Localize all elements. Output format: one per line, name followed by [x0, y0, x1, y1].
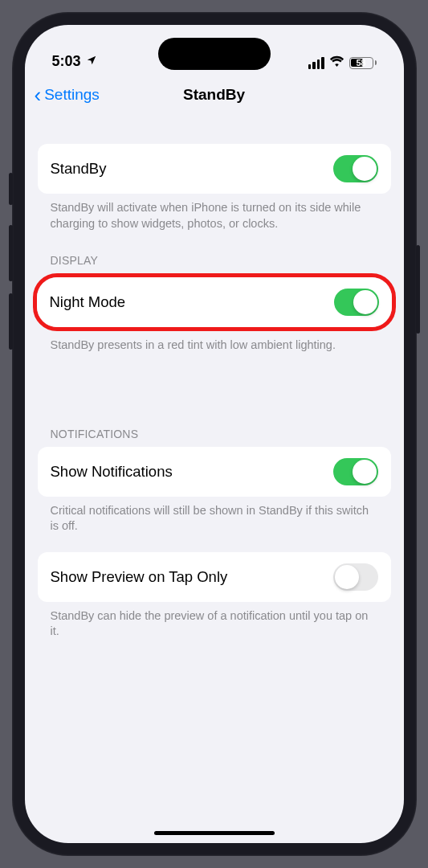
cellular-signal-icon [308, 57, 324, 69]
preview-footer: StandBy can hide the preview of a notifi… [38, 602, 391, 640]
night-mode-row[interactable]: Night Mode [37, 277, 392, 327]
screen: 5:03 58 [25, 25, 404, 843]
volume-up-button [9, 225, 13, 281]
side-button [9, 173, 13, 205]
display-header: DISPLAY [38, 231, 391, 273]
power-button [416, 245, 420, 334]
phone-frame: 5:03 58 [12, 12, 417, 856]
show-preview-toggle[interactable] [333, 563, 378, 591]
content: StandBy StandBy will activate when iPhon… [25, 115, 404, 640]
display-footer: StandBy presents in a red tint with low … [38, 331, 391, 354]
standby-toggle[interactable] [333, 155, 378, 182]
home-indicator[interactable] [154, 831, 275, 835]
battery-icon: 58 [349, 57, 377, 69]
show-preview-row[interactable]: Show Preview on Tap Only [38, 552, 391, 602]
toggle-knob [353, 157, 377, 181]
show-notifications-label: Show Notifications [51, 463, 173, 481]
standby-footer: StandBy will activate when iPhone is tur… [38, 194, 391, 231]
status-left: 5:03 [52, 53, 97, 70]
highlight-annotation: Night Mode [33, 273, 396, 331]
status-time: 5:03 [52, 53, 81, 70]
show-notifications-toggle[interactable] [333, 458, 378, 485]
location-arrow-icon [86, 55, 97, 69]
navigation-bar: ‹ Settings StandBy [25, 75, 404, 115]
notifications-footer: Critical notifications will still be sho… [38, 497, 391, 534]
standby-row[interactable]: StandBy [38, 144, 391, 194]
battery-percentage: 58 [350, 58, 373, 68]
back-label: Settings [44, 86, 100, 104]
standby-label: StandBy [51, 160, 107, 178]
chevron-left-icon: ‹ [35, 84, 42, 105]
toggle-knob [335, 565, 359, 589]
volume-down-button [9, 293, 13, 350]
dynamic-island [158, 38, 271, 70]
wifi-icon [329, 55, 344, 70]
page-title: StandBy [183, 86, 245, 104]
notifications-header: NOTIFICATIONS [38, 405, 391, 447]
show-notifications-row[interactable]: Show Notifications [38, 447, 391, 497]
night-mode-label: Night Mode [50, 293, 126, 311]
toggle-knob [353, 290, 377, 314]
status-right: 58 [308, 55, 377, 70]
back-button[interactable]: ‹ Settings [35, 84, 100, 105]
night-mode-toggle[interactable] [334, 289, 379, 316]
toggle-knob [353, 460, 377, 484]
show-preview-label: Show Preview on Tap Only [51, 568, 228, 586]
